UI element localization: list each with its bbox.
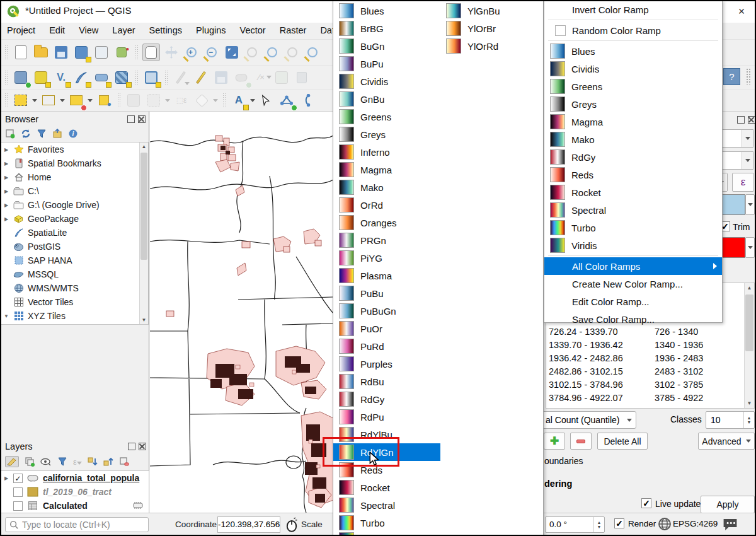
toolbar-handle[interactable] [4,93,8,108]
browser-tree-item[interactable]: ▶ Favorites [1,143,148,156]
color-ramp-menu-item[interactable]: Cividis [333,73,440,90]
close-panel-icon[interactable] [138,115,146,123]
browser-tree-item[interactable]: Vector Tiles [1,295,148,309]
menu-item[interactable]: Project [0,23,42,38]
filter-expression-icon[interactable]: ε [73,457,82,467]
layer-row[interactable]: Calculated [1,499,149,513]
toolbar-handle[interactable] [222,93,226,108]
toolbar-handle[interactable] [4,70,8,85]
toolbar-handle[interactable] [117,93,120,108]
ramp-action-item[interactable]: Save Color Ramp... [544,310,722,328]
close-button[interactable]: × [730,3,753,20]
color-ramp-menu-item[interactable]: Magma [544,113,722,131]
browser-tree-item[interactable]: ▶ Home [1,170,148,184]
new-shapefile-button[interactable]: V. [52,69,70,86]
browser-tree-item[interactable]: PostGIS [1,240,148,253]
layer-row[interactable]: ▶ ✓ california_total_popula [1,471,149,485]
render-checkbox[interactable]: ✓ [614,518,624,528]
close-panel-icon[interactable] [139,443,146,450]
select-by-location-button[interactable]: ● [95,91,113,109]
expression-button[interactable]: ε [732,173,754,192]
select-by-form-dropdown[interactable] [60,99,65,102]
zoom-out-button[interactable]: − [203,44,220,61]
coordinate-input[interactable]: -120.398,37.656 [217,516,280,533]
open-project-button[interactable] [32,44,50,61]
spin-down-icon[interactable]: ▼ [597,525,602,529]
color-ramp-menu-item[interactable]: PuOr [333,320,440,337]
manage-visibility-icon[interactable] [40,457,52,466]
color-ramp-menu-item[interactable]: Oranges [333,214,440,231]
add-class-button[interactable]: ✚ [544,433,565,450]
color-ramp-menu-item[interactable]: RdGy [333,390,440,408]
vertex-tool-current-layer-button[interactable] [298,91,316,109]
topology-dropdown[interactable] [213,99,218,102]
browser-tree-item[interactable]: ▶ Spatial Bookmarks [1,156,148,170]
properties-info-icon[interactable]: i [68,129,78,139]
color-ramp-menu-item[interactable]: Blues [333,2,440,20]
color-ramp-menu-item[interactable]: Turbo [544,219,722,236]
class-row[interactable]: 1936.42 - 2482.86 1936 - 2483 [549,351,703,364]
collapse-all-icon[interactable] [52,129,62,139]
data-source-manager-button[interactable] [12,69,30,86]
float-panel-icon[interactable] [737,116,745,124]
modify-attributes-button[interactable] [273,69,290,86]
color-ramp-menu-item[interactable]: Mako [544,131,722,148]
color-ramp-menu-item[interactable]: Turbo [333,514,440,532]
new-spatialite-button[interactable] [72,69,90,86]
color-ramp-menu-item[interactable]: Viridis [544,236,722,254]
expand-arrow-icon[interactable]: ▶ [3,189,9,194]
multi-edit-button[interactable]: ⬚ε [173,91,190,109]
class-row[interactable]: 3102.15 - 3784.96 3102 - 3785 [549,378,703,391]
deselect-dropdown[interactable] [88,99,93,102]
zoom-to-selection-button[interactable] [243,44,261,61]
browser-tree-item[interactable]: WMS/WMTS [1,281,148,295]
help-button[interactable]: ? [723,68,740,85]
color-ramp-menu-item[interactable]: BrBG [333,20,440,37]
rotation-spinner[interactable]: 0.0 ° ▲▼ [545,516,605,533]
zoom-to-layer-button[interactable] [263,44,281,61]
color-ramp-menu-item[interactable]: Blues [544,42,722,60]
scroll-up-icon[interactable]: ▲ [140,144,148,149]
scroll-thumb[interactable] [745,294,753,351]
layer-visibility-checkbox[interactable]: ✓ [13,474,23,483]
color-ramp-menu-item[interactable]: Greys [544,95,722,113]
toolbar-handle[interactable] [4,45,8,60]
refresh-icon[interactable] [21,129,31,139]
layer-visibility-checkbox[interactable] [13,501,23,511]
select-by-form-button[interactable] [40,91,57,109]
toolbar-handle[interactable] [135,70,138,85]
color-ramp-menu-item[interactable]: YlOrBr [440,20,543,37]
zoom-last-button[interactable] [304,44,321,61]
color-ramp-menu-item[interactable]: Plasma [333,267,440,284]
browser-tree-item[interactable]: ▶ G:\ (Google Drive) [1,198,148,212]
label-pin-button[interactable] [258,91,275,109]
save-project-button[interactable] [52,44,70,61]
classes-scrollbar[interactable]: ▲ ▼ [744,283,754,408]
menu-item[interactable]: Raster [273,23,314,38]
browser-tree-item[interactable]: SAP HANA [1,253,148,267]
color-ramp-menu-item[interactable]: Mako [333,178,440,196]
classes-spinner[interactable]: 10 ▲▼ [706,411,755,429]
zoom-full-button[interactable] [223,44,241,61]
digitize-options-button[interactable]: ⁄× [253,69,270,86]
deselect-features-button[interactable] [67,91,85,109]
browser-tree-item[interactable]: ▶ GeoPackage [1,212,148,226]
delete-selected-button[interactable] [293,69,311,86]
color-ramp-menu-item[interactable]: OrRd [333,196,440,214]
spin-down-icon[interactable]: ▼ [747,420,752,424]
color-ramp-menu-item[interactable]: BuGn [333,37,440,55]
class-row[interactable]: 2482.86 - 3102.15 2483 - 3102 [549,364,703,378]
layer-labeling-button[interactable]: A [230,91,248,109]
add-group-icon[interactable] [25,457,35,467]
vertex-tool-button[interactable] [278,91,295,109]
color-ramp-menu-item[interactable]: Spectral [544,201,722,219]
color-ramp-menu-item[interactable]: Inferno [333,143,440,161]
color-ramp-menu-item[interactable]: RdGy [544,148,722,166]
color-ramp-menu-item[interactable]: YlGnBu [440,2,543,20]
toolbar-handle[interactable] [135,45,138,60]
filter-icon[interactable] [37,129,47,139]
add-favorite-icon[interactable] [5,129,15,139]
open-attribute-table-button[interactable] [125,91,142,109]
new-project-button[interactable] [12,44,30,61]
menu-item[interactable]: View [72,23,105,38]
